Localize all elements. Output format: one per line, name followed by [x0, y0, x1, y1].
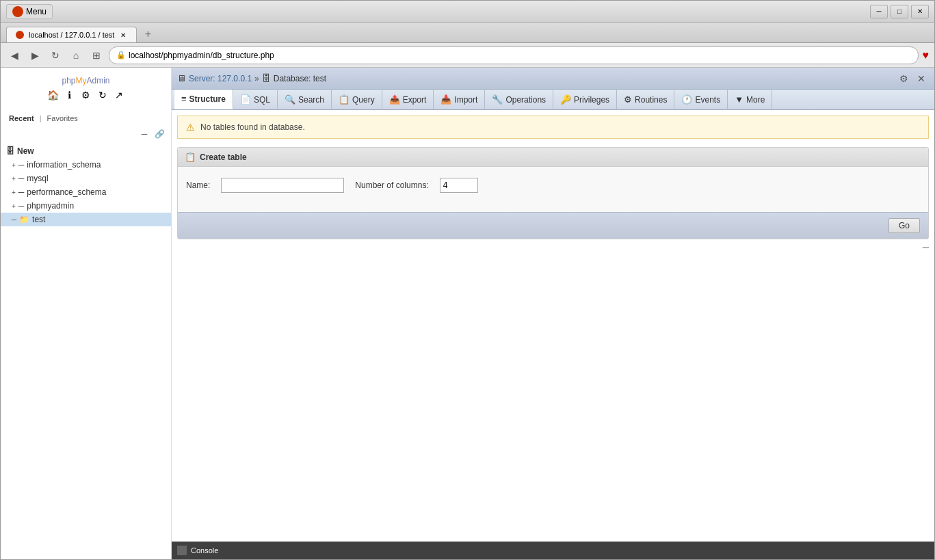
new-database-item[interactable]: 🗄 New [1, 144, 171, 158]
operations-tab-label: Operations [505, 95, 546, 105]
minimize-button[interactable]: ─ [870, 5, 888, 18]
query-tab-label: Query [352, 95, 375, 105]
search-tab-label: Search [298, 95, 324, 105]
panel-collapse-button[interactable]: ✕ [914, 71, 929, 86]
db-name: performance_schema [27, 187, 106, 197]
console-label: Console [191, 546, 218, 555]
browser-logo-icon [12, 6, 23, 17]
link-icon[interactable]: 🔗 [153, 128, 166, 140]
back-button[interactable]: ◀ [6, 47, 23, 64]
tab-routines[interactable]: ⚙ Routines [617, 90, 674, 109]
tab-privileges[interactable]: 🔑 Privileges [553, 90, 617, 109]
sql-tab-icon: 📄 [240, 94, 251, 105]
browser-tab-active[interactable]: localhost / 127.0.0.1 / test ✕ [6, 27, 137, 42]
expand-icon: + [12, 161, 16, 169]
events-tab-label: Events [695, 95, 720, 105]
logo-my: My [76, 76, 87, 85]
expand-icon: + [12, 202, 16, 210]
collapse-sidebar-button[interactable]: ─ [138, 128, 150, 140]
db-item-test[interactable]: ─ 📁 test [1, 213, 171, 226]
refresh-db-icon[interactable]: ↻ [96, 88, 109, 102]
db-tabs: ≡ Structure 📄 SQL 🔍 Search 📋 Query 📤 [172, 90, 934, 110]
refresh-button[interactable]: ↻ [47, 47, 64, 64]
tab-export[interactable]: 📤 Export [382, 90, 434, 109]
server-icon: 🖥 [177, 73, 186, 83]
nav-separator: | [37, 113, 44, 124]
lock-icon: 🔒 [116, 51, 126, 59]
sql-tab-label: SQL [254, 95, 270, 105]
routines-tab-label: Routines [635, 95, 667, 105]
menu-label: Menu [26, 7, 47, 16]
table-name-input[interactable] [221, 178, 344, 193]
new-label: New [17, 146, 34, 156]
svg-point-0 [16, 31, 24, 39]
external-link-icon[interactable]: ↗ [112, 88, 126, 102]
database-icon: 🗄 [262, 73, 271, 83]
db-item-phpmyadmin[interactable]: + ─ phpmyadmin [1, 199, 171, 213]
tab-structure[interactable]: ≡ Structure [174, 90, 233, 109]
settings-icon[interactable]: ⚙ [79, 88, 93, 102]
forward-button[interactable]: ▶ [27, 47, 43, 64]
db-icon: ─ [18, 160, 25, 170]
columns-input[interactable] [440, 178, 478, 193]
import-tab-label: Import [454, 95, 477, 105]
query-tab-icon: 📋 [339, 94, 350, 105]
tab-import[interactable]: 📥 Import [434, 90, 485, 109]
content-panel: 🖥 Server: 127.0.0.1 » 🗄 Database: test ⚙… [172, 68, 934, 559]
go-button[interactable]: Go [888, 218, 920, 233]
bookmark-button[interactable]: ♥ [923, 49, 930, 62]
maximize-button[interactable]: □ [891, 5, 908, 18]
recent-nav-item[interactable]: Recent [6, 113, 37, 124]
form-row: Name: Number of columns: [186, 178, 920, 193]
privileges-tab-label: Privileges [574, 95, 609, 105]
tab-more[interactable]: ▼ More [728, 90, 772, 109]
db-item-information-schema[interactable]: + ─ information_schema [1, 158, 171, 172]
logo-text: phpMyAdmin [9, 76, 163, 85]
db-icon: ─ [18, 201, 25, 211]
address-bar-input-wrap: 🔒 [109, 46, 919, 64]
console-bar[interactable]: Console [172, 542, 934, 559]
titlebar: Menu ─ □ ✕ [1, 1, 934, 23]
content-body: ⚠ No tables found in database. 📋 Create … [172, 110, 934, 542]
grid-button[interactable]: ⊞ [88, 47, 105, 64]
home-button[interactable]: ⌂ [68, 47, 84, 64]
db-item-performance-schema[interactable]: + ─ performance_schema [1, 185, 171, 199]
db-name: phpmyadmin [27, 201, 74, 211]
home-icon[interactable]: 🏠 [47, 88, 60, 102]
create-table-icon: 📋 [185, 152, 196, 162]
panel-settings-button[interactable]: ⚙ [896, 71, 911, 86]
sidebar-controls: ─ 🔗 [1, 126, 171, 142]
more-tab-label: More [746, 95, 765, 105]
sidebar: phpMyAdmin 🏠 ℹ ⚙ ↻ ↗ Recent | Favorites … [1, 68, 172, 559]
create-table-section: 📋 Create table Name: Number of columns: … [177, 147, 929, 239]
tab-close-button[interactable]: ✕ [118, 30, 128, 40]
new-tab-button[interactable]: + [140, 26, 156, 42]
structure-tab-label: Structure [189, 94, 226, 104]
section-collapse-icon[interactable]: ─ [923, 242, 929, 252]
favorites-nav-item[interactable]: Favorites [44, 113, 81, 124]
logo-php: php [62, 76, 75, 85]
info-icon[interactable]: ℹ [63, 88, 77, 102]
tab-sql[interactable]: 📄 SQL [233, 90, 278, 109]
database-breadcrumb: Database: test [274, 74, 326, 83]
browser-window: Menu ─ □ ✕ localhost / 127.0.0.1 / test … [0, 0, 935, 560]
tab-search[interactable]: 🔍 Search [278, 90, 332, 109]
db-item-mysql[interactable]: + ─ mysql [1, 172, 171, 185]
menu-button[interactable]: Menu [6, 4, 53, 19]
tab-query[interactable]: 📋 Query [332, 90, 382, 109]
events-tab-icon: 🕐 [681, 94, 692, 105]
db-tree: 🗄 New + ─ information_schema + ─ mysql +… [1, 142, 171, 229]
tab-operations[interactable]: 🔧 Operations [485, 90, 553, 109]
breadcrumb: 🖥 Server: 127.0.0.1 » 🗄 Database: test [177, 73, 326, 83]
tab-events[interactable]: 🕐 Events [674, 90, 728, 109]
server-breadcrumb[interactable]: Server: 127.0.0.1 [189, 74, 252, 83]
section-body: Name: Number of columns: [178, 167, 928, 212]
close-button[interactable]: ✕ [911, 5, 929, 18]
panel-header: 🖥 Server: 127.0.0.1 » 🗄 Database: test ⚙… [172, 68, 934, 90]
privileges-tab-icon: 🔑 [560, 94, 571, 105]
db-icon: 📁 [19, 215, 29, 224]
expand-icon: + [12, 175, 16, 183]
new-icon: 🗄 [6, 146, 14, 156]
export-tab-icon: 📤 [389, 94, 400, 105]
address-input[interactable] [129, 51, 911, 60]
